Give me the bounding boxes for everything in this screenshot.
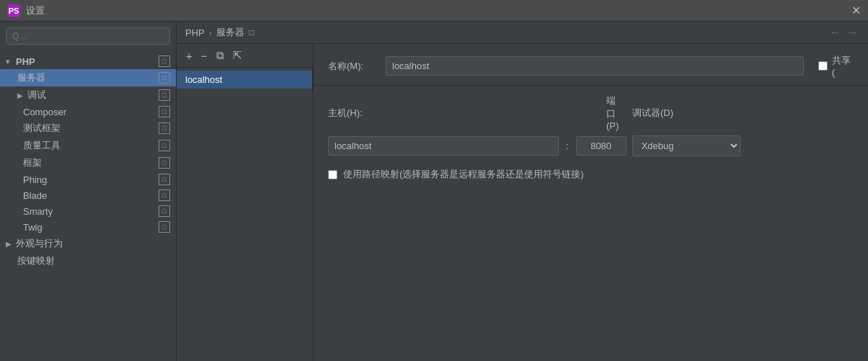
sidebar: ▾ PHP □ 服务器 □ ▶ 调试 □ Composer □ <box>0 22 177 361</box>
host-input[interactable] <box>328 136 559 156</box>
path-mapping-label: 使用路径映射(选择服务器是远程服务器还是使用符号链接) <box>343 168 584 181</box>
server-name-localhost: localhost <box>185 74 222 85</box>
breadcrumb-separator: › <box>209 27 212 38</box>
name-label: 名称(M): <box>328 60 378 73</box>
content-area: PHP › 服务器 □ ← → + − ⧉ ⇱ <box>177 22 868 361</box>
debug-arrow: ▶ <box>17 92 27 99</box>
colon-separator: : <box>566 141 569 151</box>
sidebar-item-debug[interactable]: ▶ 调试 □ <box>0 86 176 104</box>
debugger-select[interactable]: Xdebug Zend Debugger <box>632 135 740 156</box>
share-area: 共享( <box>818 54 854 78</box>
search-input[interactable] <box>12 31 164 41</box>
sidebar-debug-label: 调试 <box>27 89 156 102</box>
column-headers: 主机(H): 端口(P) 调试器(D) <box>328 94 854 131</box>
search-box[interactable] <box>6 27 170 45</box>
sidebar-appearance-label: 外观与行为 <box>16 237 170 250</box>
sidebar-quality-label: 质量工具 <box>23 139 156 152</box>
sidebar-tree: ▾ PHP □ 服务器 □ ▶ 调试 □ Composer □ <box>0 50 176 361</box>
host-fields: : Xdebug Zend Debugger <box>328 135 854 156</box>
sidebar-phing-label: Phing <box>23 174 156 185</box>
window-title: 设置 <box>26 4 45 17</box>
sidebar-item-blade[interactable]: Blade □ <box>0 187 176 203</box>
testframework-settings-icon: □ <box>159 122 170 134</box>
sidebar-twig-label: Twig <box>23 222 156 233</box>
title-bar: PS 设置 ✕ <box>0 0 868 22</box>
main-layout: ▾ PHP □ 服务器 □ ▶ 调试 □ Composer □ <box>0 22 868 361</box>
sidebar-item-server[interactable]: 服务器 □ <box>0 69 176 86</box>
share-label: 共享( <box>832 54 854 78</box>
right-panel: 名称(M): 共享( 主机(H): 端口(P) 调试器(D) <box>314 44 868 361</box>
sidebar-item-appearance[interactable]: ▶ 外观与行为 <box>0 235 176 252</box>
back-button[interactable]: ← <box>828 26 842 39</box>
remove-server-button[interactable]: − <box>198 48 211 64</box>
phing-settings-icon: □ <box>159 174 170 185</box>
sidebar-item-composer[interactable]: Composer □ <box>0 104 176 120</box>
server-list-item-localhost[interactable]: localhost <box>177 71 312 89</box>
framework-settings-icon: □ <box>159 157 170 169</box>
smarty-settings-icon: □ <box>159 205 170 217</box>
host-col-header: 主机(H): <box>328 107 559 120</box>
copy-server-button[interactable]: ⧉ <box>213 47 228 64</box>
sidebar-item-twig[interactable]: Twig □ <box>0 219 176 235</box>
server-settings-icon: □ <box>159 72 170 84</box>
composer-settings-icon: □ <box>159 106 170 117</box>
twig-settings-icon: □ <box>159 221 170 233</box>
breadcrumb-server: 服务器 <box>216 26 244 39</box>
sidebar-keymaps-label: 按键映射 <box>6 254 170 267</box>
sidebar-server-label: 服务器 <box>17 71 156 84</box>
breadcrumb-bar: PHP › 服务器 □ ← → <box>177 22 868 44</box>
path-mapping-row: 使用路径映射(选择服务器是远程服务器还是使用符号链接) <box>328 168 854 181</box>
debugger-col-header: 调试器(D) <box>632 107 740 120</box>
sidebar-smarty-label: Smarty <box>23 206 156 217</box>
path-mapping-checkbox[interactable] <box>328 170 337 179</box>
quality-settings-icon: □ <box>159 140 170 151</box>
breadcrumb-php: PHP <box>185 27 205 38</box>
sidebar-item-quality[interactable]: 质量工具 □ <box>0 137 176 154</box>
share-checkbox[interactable] <box>818 61 828 71</box>
server-list: localhost <box>177 68 313 92</box>
sidebar-item-php[interactable]: ▾ PHP □ <box>0 53 176 69</box>
sidebar-item-smarty[interactable]: Smarty □ <box>0 203 176 219</box>
move-server-button[interactable]: ⇱ <box>229 47 246 64</box>
sidebar-blade-label: Blade <box>23 190 156 201</box>
close-button[interactable]: ✕ <box>851 4 861 17</box>
navigation-arrows: ← → <box>828 26 859 39</box>
breadcrumb: PHP › 服务器 □ <box>185 26 254 39</box>
debug-settings-icon: □ <box>159 89 170 101</box>
name-input[interactable] <box>386 56 804 76</box>
port-input[interactable] <box>576 136 626 156</box>
blade-settings-icon: □ <box>159 190 170 201</box>
sidebar-composer-label: Composer <box>23 107 156 117</box>
sidebar-testframework-label: 测试框架 <box>23 122 156 135</box>
sidebar-item-framework[interactable]: 框架 □ <box>0 154 176 171</box>
php-collapse-arrow: ▾ <box>6 58 16 66</box>
sidebar-item-testframework[interactable]: 测试框架 □ <box>0 120 176 137</box>
sidebar-framework-label: 框架 <box>23 156 156 169</box>
forward-button[interactable]: → <box>845 26 859 39</box>
sidebar-item-phing[interactable]: Phing □ <box>0 171 176 187</box>
appearance-arrow: ▶ <box>6 240 16 248</box>
add-server-button[interactable]: + <box>182 48 196 64</box>
app-logo: PS <box>7 4 20 17</box>
php-settings-icon: □ <box>159 55 170 67</box>
port-col-header: 端口(P) <box>564 94 615 131</box>
toolbar: + − ⧉ ⇱ <box>177 44 313 68</box>
sidebar-item-keymaps[interactable]: 按键映射 <box>0 252 176 269</box>
sidebar-php-label: PHP <box>16 56 156 67</box>
breadcrumb-icon: □ <box>249 27 254 37</box>
